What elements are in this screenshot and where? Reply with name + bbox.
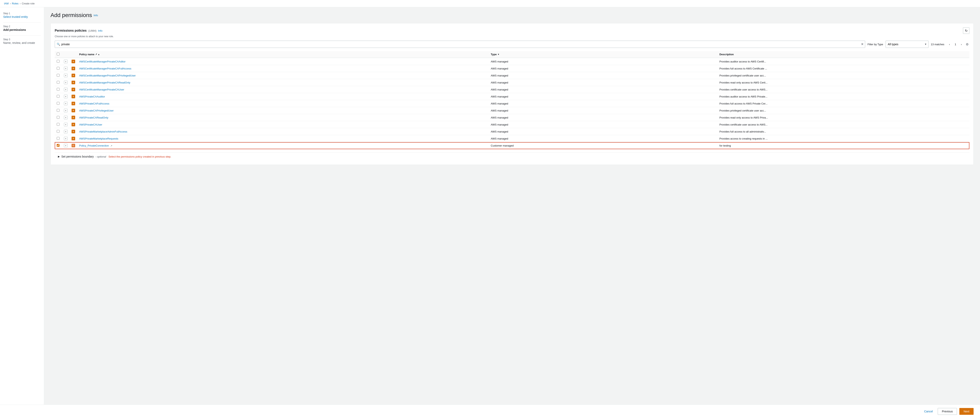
prev-page-button[interactable]: ‹ xyxy=(947,41,952,47)
policy-name-link[interactable]: AWSPrivateMarketplaceRequests xyxy=(79,137,118,140)
policy-icon: C xyxy=(72,144,75,147)
filter-type-label: Filter by Type xyxy=(867,43,883,46)
row-type-cell: AWS managed xyxy=(489,128,718,135)
th-policy-name[interactable]: Policy name ↗ ▲ xyxy=(77,51,489,58)
row-name-cell: AWSCertificateManagerPrivateCAAditor xyxy=(77,58,489,65)
breadcrumb: IAM › Roles › Create role xyxy=(0,0,980,7)
policy-icon: A xyxy=(72,81,75,84)
table-row: + A AWSPrivateCAAuditor AWS managed Prov… xyxy=(55,93,969,100)
policy-name-link[interactable]: AWSCertificateManagerPrivateCAUser xyxy=(79,88,124,91)
row-checkbox[interactable] xyxy=(57,67,59,70)
row-checkbox[interactable] xyxy=(57,130,59,133)
row-icon-cell: A xyxy=(70,107,77,114)
row-icon-cell: A xyxy=(70,121,77,128)
row-expand-button[interactable]: + xyxy=(64,123,68,126)
sidebar-step3-title: Name, review, and create xyxy=(3,41,41,44)
policy-name-link[interactable]: AWSCertificateManagerPrivateCAAditor xyxy=(79,60,126,63)
breadcrumb-iam[interactable]: IAM xyxy=(4,2,9,5)
cancel-button[interactable]: Cancel xyxy=(922,408,935,415)
row-checkbox[interactable] xyxy=(57,88,59,91)
refresh-button[interactable]: ↻ xyxy=(963,27,969,34)
row-expand-button[interactable]: + xyxy=(64,116,68,119)
row-checkbox[interactable] xyxy=(57,116,59,119)
row-expand-button[interactable]: + xyxy=(64,95,68,98)
table-settings-button[interactable]: ⚙ xyxy=(965,43,969,46)
row-expand-button[interactable]: + xyxy=(64,144,68,147)
boundary-toggle[interactable]: ▶ Set permissions boundary - optional xyxy=(58,155,106,158)
row-expand-cell: + xyxy=(62,86,70,93)
row-expand-cell: + xyxy=(62,142,70,149)
footer-bar: Cancel Previous Next xyxy=(0,405,980,418)
select-all-checkbox[interactable] xyxy=(57,53,59,55)
policy-name-link[interactable]: AWSPrivateCAFullAccess xyxy=(79,102,110,105)
row-checkbox[interactable] xyxy=(57,109,59,112)
policy-name-link[interactable]: AWSCertificateManagerPrivateCAPrivileged… xyxy=(79,74,136,77)
policy-name-link[interactable]: AWSCertificateManagerPrivateCAReadOnly xyxy=(79,81,130,84)
clear-search-button[interactable]: ✕ xyxy=(861,43,864,46)
page-title-row: Add permissions Info xyxy=(51,12,974,18)
row-checkbox[interactable] xyxy=(57,144,59,147)
row-checkbox[interactable] xyxy=(57,81,59,84)
row-expand-button[interactable]: + xyxy=(64,74,68,77)
row-description-cell: Provides privileged certificate user acc… xyxy=(718,107,969,114)
policy-name-link[interactable]: AWSPrivateMarketplaceAdminFullAccess xyxy=(79,130,127,133)
section-header: Permissions policies (1/884) Info ↻ xyxy=(55,27,969,34)
th-sort-name[interactable]: Policy name ↗ ▲ xyxy=(79,53,487,56)
row-expand-button[interactable]: + xyxy=(64,109,68,112)
next-page-button[interactable]: › xyxy=(959,41,964,47)
row-checkbox[interactable] xyxy=(57,60,59,63)
policy-name-link[interactable]: AWSCertificateManagerPrivateCAFullAccess xyxy=(79,67,131,70)
next-button[interactable]: Next xyxy=(959,408,974,415)
page-title: Add permissions xyxy=(51,12,92,18)
policy-name-link[interactable]: Policy_PrivateConnection xyxy=(79,144,109,147)
row-name-cell: AWSPrivateMarketplaceRequests xyxy=(77,135,489,142)
policy-icon: A xyxy=(72,88,75,91)
row-expand-button[interactable]: + xyxy=(64,60,68,63)
row-expand-button[interactable]: + xyxy=(64,66,68,70)
row-type-cell: AWS managed xyxy=(489,65,718,72)
row-expand-button[interactable]: + xyxy=(64,102,68,105)
table-row: + C Policy_PrivateConnection ↗ Customer … xyxy=(55,142,969,149)
table-body: + A AWSCertificateManagerPrivateCAAditor… xyxy=(55,58,969,149)
row-checkbox[interactable] xyxy=(57,123,59,126)
row-expand-cell: + xyxy=(62,114,70,121)
policy-icon: A xyxy=(72,102,75,105)
table-row: + A AWSPrivateMarketplaceAdminFullAccess… xyxy=(55,128,969,135)
row-checkbox[interactable] xyxy=(57,74,59,77)
previous-button[interactable]: Previous xyxy=(938,408,957,415)
row-checkbox[interactable] xyxy=(57,102,59,105)
row-checkbox-cell xyxy=(55,114,62,121)
policy-name-link[interactable]: AWSPrivateCAReadOnly xyxy=(79,116,108,119)
policy-name-link[interactable]: AWSPrivateCAUser xyxy=(79,123,102,126)
permissions-policies-box: Permissions policies (1/884) Info ↻ Choo… xyxy=(51,23,974,165)
breadcrumb-roles[interactable]: Roles xyxy=(12,2,18,5)
search-input[interactable] xyxy=(55,41,865,48)
th-sort-type[interactable]: Type ▼ xyxy=(491,53,716,56)
row-icon-cell: C xyxy=(70,142,77,149)
policies-info-link[interactable]: Info xyxy=(98,29,102,32)
th-type[interactable]: Type ▼ xyxy=(489,51,718,58)
page-info-link[interactable]: Info xyxy=(94,14,98,17)
row-type-cell: AWS managed xyxy=(489,135,718,142)
row-checkbox[interactable] xyxy=(57,95,59,98)
row-name-cell: AWSPrivateMarketplaceAdminFullAccess xyxy=(77,128,489,135)
row-description-cell: Provides auditor access to AWS Certifi..… xyxy=(718,58,969,65)
boundary-optional: - optional xyxy=(95,155,106,158)
row-expand-cell: + xyxy=(62,100,70,107)
row-expand-button[interactable]: + xyxy=(64,137,68,140)
policy-icon: A xyxy=(72,137,75,140)
table-row: + A AWSCertificateManagerPrivateCAPrivil… xyxy=(55,72,969,79)
sort-down-icon: ▼ xyxy=(497,53,500,55)
policy-name-link[interactable]: AWSPrivateCAAuditor xyxy=(79,95,105,98)
type-select[interactable]: All types AWS managed Customer managed A… xyxy=(886,41,929,48)
row-type-cell: AWS managed xyxy=(489,79,718,86)
sidebar-step1-title[interactable]: Select trusted entity xyxy=(3,15,28,18)
row-expand-button[interactable]: + xyxy=(64,130,68,133)
row-expand-button[interactable]: + xyxy=(64,81,68,84)
row-checkbox[interactable] xyxy=(57,137,59,140)
sidebar-step1-label: Step 1 xyxy=(3,12,41,15)
row-name-cell: AWSPrivateCAAuditor xyxy=(77,93,489,100)
row-expand-button[interactable]: + xyxy=(64,88,68,91)
row-icon-cell: A xyxy=(70,135,77,142)
policy-name-link[interactable]: AWSPrivateCAPrivilegedUser xyxy=(79,109,114,112)
